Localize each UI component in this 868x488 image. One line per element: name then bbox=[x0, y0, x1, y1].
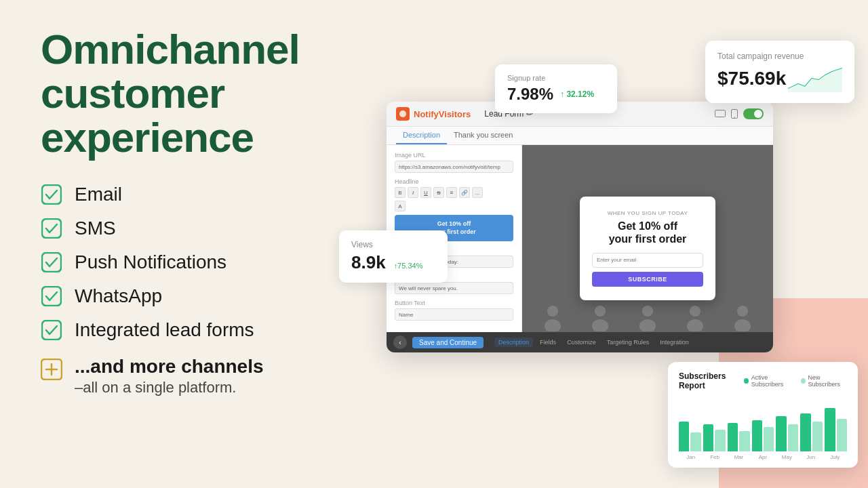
svg-point-17 bbox=[592, 319, 608, 331]
check-icon-whatsapp bbox=[41, 285, 62, 307]
bar-active-jun bbox=[800, 413, 810, 451]
check-icon-push bbox=[41, 251, 62, 273]
more-channels-title: ...and more channels bbox=[75, 356, 264, 378]
bar-new-jun bbox=[812, 422, 823, 451]
x-label-mar: Mar bbox=[727, 454, 751, 460]
svg-point-21 bbox=[687, 319, 703, 331]
chart-area: Jan Feb Mar Apr May Jun July bbox=[679, 397, 847, 458]
image-url-label: Image URL bbox=[395, 152, 513, 159]
bar-new-mar bbox=[739, 431, 749, 451]
toolbar-btn-a[interactable]: A bbox=[395, 201, 406, 211]
subscribers-card: Subscribers Report Active Subscribers Ne… bbox=[668, 362, 858, 468]
bar-active-apr bbox=[752, 420, 762, 451]
bottom-tab-integration[interactable]: Integration bbox=[656, 338, 693, 347]
svg-point-23 bbox=[734, 319, 751, 331]
bar-group-jan bbox=[679, 422, 701, 451]
check-icon-sms bbox=[41, 218, 62, 239]
svg-rect-0 bbox=[42, 185, 61, 204]
svg-rect-9 bbox=[715, 110, 726, 117]
revenue-sparkline-icon bbox=[788, 65, 842, 92]
main-heading: Omnichannel customer experience bbox=[41, 27, 373, 159]
right-panel: Signup rate 7.98% ↑ 32.12% NotifyVisitor… bbox=[339, 0, 868, 488]
bar-group-jun bbox=[800, 413, 823, 451]
revenue-label: Total campaign revenue bbox=[717, 52, 842, 61]
svg-point-16 bbox=[595, 306, 606, 317]
signup-rate-card: Signup rate 7.98% ↑ 32.12% bbox=[495, 64, 617, 113]
bar-group-may bbox=[776, 416, 798, 451]
bottom-tab-targeting[interactable]: Targeting Rules bbox=[603, 338, 654, 347]
bar-group-apr bbox=[752, 420, 774, 451]
bar-new-july bbox=[837, 419, 847, 451]
svg-point-22 bbox=[737, 306, 748, 317]
toolbar-btn-u[interactable]: U bbox=[420, 187, 431, 198]
bottom-tab-customize[interactable]: Customize bbox=[563, 338, 600, 347]
toolbar-btn-i[interactable]: I bbox=[408, 187, 418, 198]
signup-change: ↑ 32.12% bbox=[560, 89, 594, 99]
bar-active-mar bbox=[728, 423, 738, 451]
popup-subscribe-btn[interactable]: SUBSCRIBE bbox=[592, 272, 703, 287]
legend-dot-active bbox=[744, 378, 749, 384]
check-icon-email bbox=[41, 184, 62, 205]
headline-label: Headline bbox=[395, 178, 513, 185]
bar-active-july bbox=[825, 408, 835, 451]
legend-new: New Subscribers bbox=[801, 374, 847, 388]
x-label-apr: Apr bbox=[751, 454, 774, 460]
revenue-card: Total campaign revenue $75.69k bbox=[705, 41, 854, 103]
toggle-on[interactable] bbox=[743, 108, 764, 119]
popup-email-input[interactable] bbox=[592, 253, 703, 268]
views-change: ↑75.34% bbox=[394, 262, 423, 270]
main-ui-card: NotifyVisitors Lead Form ✏ Description T… bbox=[387, 102, 773, 352]
bar-active-may bbox=[776, 416, 786, 451]
svg-rect-1 bbox=[42, 219, 61, 238]
bottom-tab-fields[interactable]: Fields bbox=[536, 338, 560, 347]
feature-push: Push Notifications bbox=[41, 251, 373, 273]
footnote-input[interactable]: We will never spare you. bbox=[395, 282, 513, 294]
svg-point-20 bbox=[690, 306, 701, 317]
subscribers-legend: Active Subscribers New Subscribers bbox=[744, 374, 847, 388]
button-text-label: Button Text bbox=[395, 300, 513, 306]
svg-point-15 bbox=[545, 319, 561, 331]
x-label-feb: Feb bbox=[703, 454, 726, 460]
svg-rect-2 bbox=[42, 253, 61, 272]
image-url-input[interactable]: https://s3.amazonaws.com/notifyvisit/tem… bbox=[395, 161, 513, 173]
more-channels-text: ...and more channels –all on a single pl… bbox=[75, 356, 264, 396]
legend-dot-new bbox=[801, 378, 806, 384]
feature-label-email: Email bbox=[75, 184, 122, 205]
bottom-tab-description[interactable]: Description bbox=[494, 338, 533, 347]
logo-icon bbox=[396, 107, 410, 121]
x-label-jan: Jan bbox=[679, 454, 703, 460]
bar-new-may bbox=[788, 424, 798, 451]
x-label-jun: Jun bbox=[799, 454, 823, 460]
signup-value: 7.98% bbox=[507, 85, 553, 104]
chart-x-labels: Jan Feb Mar Apr May Jun July bbox=[679, 454, 847, 460]
back-button[interactable]: ‹ bbox=[393, 336, 407, 349]
svg-rect-3 bbox=[42, 287, 61, 306]
plus-icon bbox=[41, 359, 62, 380]
bar-group-mar bbox=[728, 423, 750, 451]
brand-name: NotifyVisitors bbox=[414, 109, 471, 119]
toolbar-btn-align[interactable]: ≡ bbox=[446, 187, 457, 198]
device-icons bbox=[715, 108, 764, 119]
toolbar-btn-link[interactable]: 🔗 bbox=[459, 187, 470, 198]
more-channels-subtitle: –all on a single platform. bbox=[75, 379, 264, 396]
feature-label-leadforms: Integrated lead forms bbox=[75, 319, 254, 341]
signup-label: Signup rate bbox=[507, 74, 605, 82]
toolbar-btn-more[interactable]: ... bbox=[472, 187, 483, 198]
feature-label-whatsapp: WhatsApp bbox=[75, 285, 162, 307]
feature-sms: SMS bbox=[41, 218, 373, 239]
feature-email: Email bbox=[41, 184, 373, 205]
bar-new-jan bbox=[690, 432, 701, 451]
save-continue-button[interactable]: Save and Continue bbox=[412, 337, 484, 348]
button-text-input[interactable]: Name bbox=[395, 308, 513, 321]
bar-active-feb bbox=[703, 424, 713, 451]
ui-preview-area: WHEN YOU SIGN UP TODAY Get 10% off your … bbox=[522, 145, 773, 352]
x-label-july: July bbox=[823, 454, 847, 460]
svg-rect-4 bbox=[42, 321, 61, 340]
toolbar-btn-b[interactable]: B bbox=[395, 187, 406, 198]
tab-thankyou[interactable]: Thank you screen bbox=[447, 127, 519, 144]
feature-list: Email SMS Push Notifications bbox=[41, 184, 373, 341]
popup-preview: WHEN YOU SIGN UP TODAY Get 10% off your … bbox=[580, 197, 715, 300]
tab-description[interactable]: Description bbox=[396, 127, 447, 144]
toolbar-btn-s[interactable]: S bbox=[433, 187, 444, 198]
popup-small-text: WHEN YOU SIGN UP TODAY bbox=[592, 210, 703, 216]
